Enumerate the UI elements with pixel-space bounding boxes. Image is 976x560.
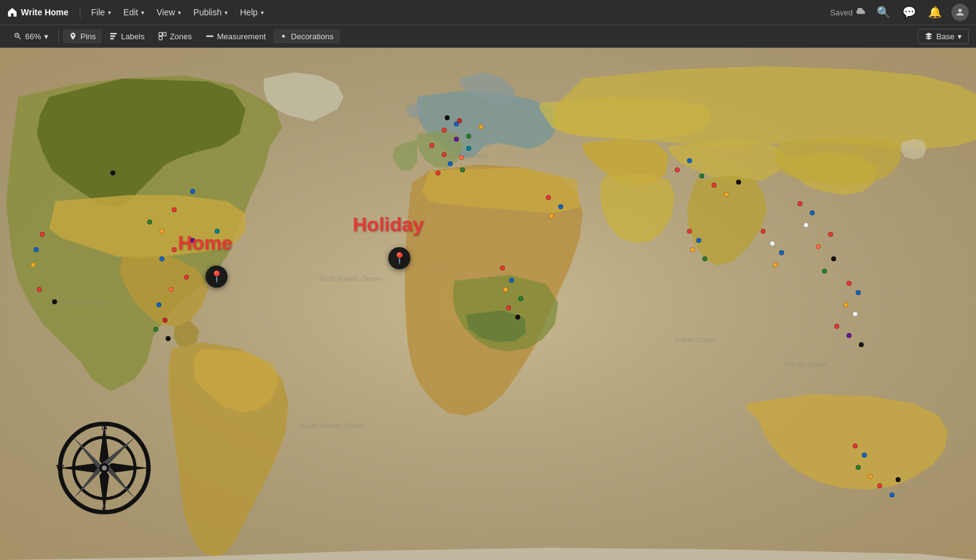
map-pin-dot[interactable] <box>828 232 833 237</box>
svg-rect-1 <box>110 36 115 37</box>
menu-publish[interactable]: Publish ▾ <box>188 5 232 20</box>
map-pin-dot[interactable] <box>172 207 177 212</box>
user-avatar[interactable] <box>951 4 969 21</box>
menu-edit[interactable]: Edit ▾ <box>118 5 149 20</box>
map-pin-dot[interactable] <box>702 256 707 261</box>
map-pin-dot[interactable] <box>190 189 195 194</box>
home-label[interactable]: Home <box>178 232 232 255</box>
map-pin-dot[interactable] <box>172 247 177 252</box>
map-pin-dot[interactable] <box>184 275 189 280</box>
map-pin-dot[interactable] <box>169 287 174 292</box>
map-pin-dot[interactable] <box>736 180 741 185</box>
labels-tool[interactable]: Labels <box>103 29 150 44</box>
map-pin-dot[interactable] <box>896 477 901 482</box>
map-pin-dot[interactable] <box>770 241 775 246</box>
measurement-tool[interactable]: Measurement <box>199 29 272 44</box>
map-pin-dot[interactable] <box>549 213 554 218</box>
map-pin-dot[interactable] <box>724 192 729 197</box>
menu-file[interactable]: File ▾ <box>86 5 117 20</box>
menu-right-section: Saved 🔍 💬 🔔 <box>830 3 969 21</box>
map-pin-dot[interactable] <box>810 210 815 215</box>
zones-tool[interactable]: Zones <box>152 29 198 44</box>
app-logo[interactable]: Write Home <box>7 7 69 17</box>
map-pin-dot[interactable] <box>843 302 848 307</box>
map-pin-dot[interactable] <box>159 229 164 234</box>
map-pin-dot[interactable] <box>518 296 523 301</box>
map-pin-dot[interactable] <box>797 201 802 206</box>
map-pin-dot[interactable] <box>847 281 851 286</box>
map-pin-dot[interactable] <box>40 232 45 237</box>
map-pin-dot[interactable] <box>429 143 434 148</box>
map-pin-dot[interactable] <box>687 229 692 234</box>
map-pin-dot[interactable] <box>459 155 464 160</box>
menu-help[interactable]: Help ▾ <box>235 5 269 20</box>
holiday-pin[interactable]: 📍 <box>388 247 410 269</box>
map-pin-dot[interactable] <box>696 238 701 243</box>
map-pin-dot[interactable] <box>804 223 809 228</box>
map-pin-dot[interactable] <box>699 174 704 178</box>
map-pin-dot[interactable] <box>816 244 821 249</box>
map-pin-dot[interactable] <box>856 465 861 470</box>
map-pin-dot[interactable] <box>890 493 894 497</box>
map-pin-dot[interactable] <box>159 256 164 261</box>
map-pin-dot[interactable] <box>506 305 511 310</box>
map-pin-dot[interactable] <box>448 161 453 166</box>
notification-button[interactable]: 🔔 <box>926 3 944 21</box>
svg-rect-6 <box>206 36 213 37</box>
map-pin-dot[interactable] <box>110 171 115 175</box>
map-pin-dot[interactable] <box>466 146 471 151</box>
map-pin-dot[interactable] <box>834 324 839 329</box>
map-pin-dot[interactable] <box>546 195 551 200</box>
map-pin-dot[interactable] <box>868 474 873 479</box>
map-pin-dot[interactable] <box>34 247 39 252</box>
map-pin-dot[interactable] <box>558 204 563 209</box>
map-pin-dot[interactable] <box>847 333 851 338</box>
map-pin-dot[interactable] <box>859 342 864 347</box>
map-pin-dot[interactable] <box>503 287 508 292</box>
map-pin-dot[interactable] <box>712 183 717 188</box>
map-pin-dot[interactable] <box>460 167 465 172</box>
map-pin-dot[interactable] <box>442 152 447 157</box>
map-pin-dot[interactable] <box>436 171 440 175</box>
map-pin-dot[interactable] <box>500 266 505 270</box>
map-pin-dot[interactable] <box>445 115 450 120</box>
map-pin-dot[interactable] <box>163 318 167 323</box>
home-pin[interactable]: 📍 <box>206 266 228 288</box>
map-pin-dot[interactable] <box>831 256 836 261</box>
map-pin-dot[interactable] <box>773 263 778 267</box>
map-pin-dot[interactable] <box>52 299 57 304</box>
map-area[interactable]: North Pacific Ocean North Atlantic Ocean… <box>0 48 976 560</box>
map-pin-dot[interactable] <box>153 327 158 332</box>
map-pin-dot[interactable] <box>687 158 692 163</box>
map-pin-dot[interactable] <box>853 312 858 316</box>
menu-view[interactable]: View ▾ <box>152 5 186 20</box>
map-pin-dot[interactable] <box>156 302 161 307</box>
base-button[interactable]: Base ▾ <box>918 29 969 44</box>
map-pin-dot[interactable] <box>779 250 784 255</box>
map-pin-dot[interactable] <box>166 336 171 341</box>
map-pin-dot[interactable] <box>675 167 680 172</box>
map-pin-dot[interactable] <box>457 118 462 123</box>
map-pin-dot[interactable] <box>856 290 861 295</box>
decorations-tool[interactable]: Decorations <box>273 29 339 44</box>
map-pin-dot[interactable] <box>509 278 514 283</box>
map-pin-dot[interactable] <box>454 137 459 142</box>
map-pin-dot[interactable] <box>147 220 152 224</box>
comment-button[interactable]: 💬 <box>900 3 918 21</box>
map-pin-dot[interactable] <box>761 229 766 234</box>
map-pin-dot[interactable] <box>853 443 858 448</box>
map-pin-dot[interactable] <box>37 287 42 292</box>
map-pin-dot[interactable] <box>862 453 867 458</box>
map-pin-dot[interactable] <box>515 315 520 320</box>
map-pin-dot[interactable] <box>690 247 695 252</box>
map-pin-dot[interactable] <box>877 483 882 488</box>
map-pin-dot[interactable] <box>442 128 447 132</box>
map-pin-dot[interactable] <box>31 263 36 267</box>
map-pin-dot[interactable] <box>466 134 471 139</box>
search-button[interactable]: 🔍 <box>874 3 893 21</box>
map-pin-dot[interactable] <box>478 125 483 129</box>
map-pin-dot[interactable] <box>822 269 827 274</box>
holiday-label[interactable]: Holiday <box>353 213 424 236</box>
zoom-control[interactable]: 66% ▾ <box>7 29 55 44</box>
pins-tool[interactable]: Pins <box>63 29 102 44</box>
